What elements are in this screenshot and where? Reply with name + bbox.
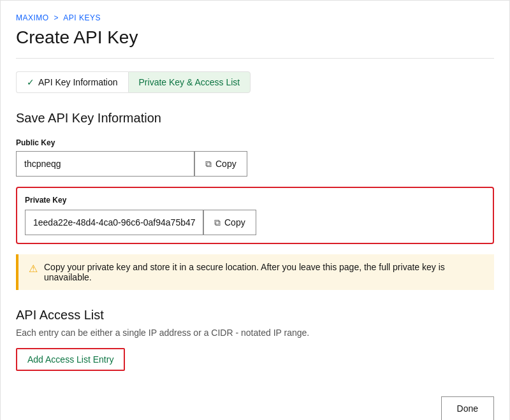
tabs-row: ✓ API Key Information Private Key & Acce… xyxy=(16,71,494,93)
private-key-copy-label: Copy xyxy=(224,217,245,228)
warning-banner: ⚠ Copy your private key and store it in … xyxy=(16,254,494,290)
footer-row: Done xyxy=(16,396,494,420)
public-key-input[interactable] xyxy=(16,151,194,177)
section-title: Save API Key Information xyxy=(16,111,494,126)
add-access-list-entry-button[interactable]: Add Access List Entry xyxy=(16,348,125,371)
tab-private-key-access[interactable]: Private Key & Access List xyxy=(128,71,251,93)
public-key-label: Public Key xyxy=(16,138,494,147)
copy-icon-public: ⧉ xyxy=(205,159,212,170)
access-list-title: API Access List xyxy=(16,308,494,322)
tab-check-icon: ✓ xyxy=(27,77,34,87)
private-key-box: Private Key ⧉ Copy xyxy=(16,187,494,244)
public-key-row: ⧉ Copy xyxy=(16,151,494,177)
done-button[interactable]: Done xyxy=(441,396,494,420)
access-list-description: Each entry can be either a single IP add… xyxy=(16,328,494,338)
public-key-section: Public Key ⧉ Copy xyxy=(16,138,494,177)
private-key-label: Private Key xyxy=(25,196,485,205)
tab-api-key-info-label: API Key Information xyxy=(38,77,118,87)
public-key-copy-button[interactable]: ⧉ Copy xyxy=(194,151,247,177)
breadcrumb-parent[interactable]: MAXIMO xyxy=(16,13,49,22)
divider xyxy=(16,58,494,59)
warning-icon: ⚠ xyxy=(29,263,38,275)
breadcrumb-separator: > xyxy=(54,13,59,22)
copy-icon-private: ⧉ xyxy=(214,217,221,228)
warning-text: Copy your private key and store it in a … xyxy=(44,262,484,282)
tab-api-key-info[interactable]: ✓ API Key Information xyxy=(16,71,128,93)
public-key-copy-label: Copy xyxy=(215,159,237,169)
add-access-list-entry-label: Add Access List Entry xyxy=(27,354,113,365)
page-title: Create API Key xyxy=(16,27,494,48)
private-key-copy-button[interactable]: ⧉ Copy xyxy=(203,210,256,235)
breadcrumb: MAXIMO > API KEYS xyxy=(16,13,494,22)
done-label: Done xyxy=(457,403,478,414)
private-key-input[interactable] xyxy=(25,210,203,235)
breadcrumb-current[interactable]: API KEYS xyxy=(63,13,101,22)
private-key-row: ⧉ Copy xyxy=(25,210,485,235)
tab-private-key-access-label: Private Key & Access List xyxy=(139,77,240,87)
page-container: MAXIMO > API KEYS Create API Key ✓ API K… xyxy=(0,0,510,420)
